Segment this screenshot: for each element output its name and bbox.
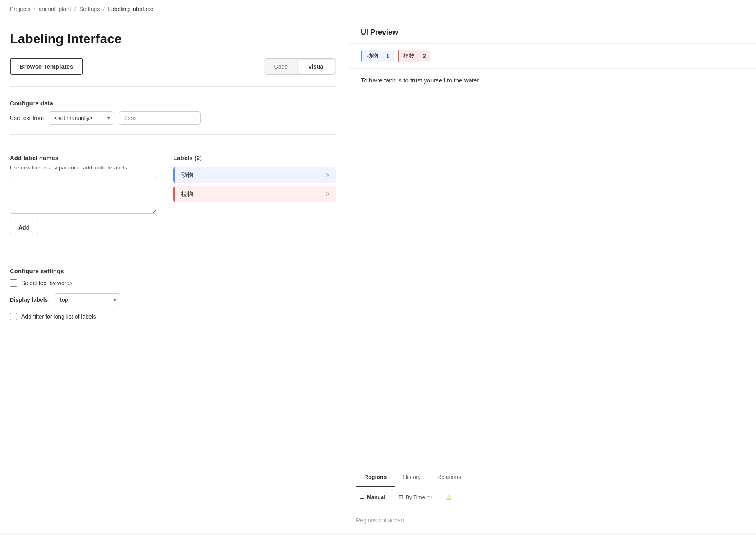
divider-3 — [10, 254, 336, 254]
bell-icon — [445, 494, 452, 500]
sort-icon: ≡↑ — [427, 495, 432, 499]
toolbar: Browse Templates Code Visual — [10, 58, 336, 75]
by-time-label: By Time — [406, 494, 425, 500]
remove-label-plant[interactable]: ✕ — [319, 186, 336, 202]
tag-count-animal: 1 — [382, 51, 394, 61]
preview-tag-animal: 动物 1 — [361, 50, 394, 62]
preview-sample-text: To have faith is to trust yourself to th… — [349, 69, 756, 92]
configure-settings-heading: Configure settings — [10, 268, 336, 274]
label-item-plant: 植物 ✕ — [173, 186, 336, 202]
page-title: Labeling Interface — [10, 31, 336, 47]
breadcrumb-settings[interactable]: Settings — [79, 6, 100, 12]
regions-empty-message: Regions not added — [349, 507, 756, 533]
breadcrumb-sep-2: / — [74, 6, 76, 12]
tab-relations[interactable]: Relations — [429, 468, 469, 487]
manual-tool-button[interactable]: Manual — [356, 492, 389, 502]
add-button[interactable]: Add — [10, 221, 38, 234]
select-words-label[interactable]: Select text by words — [21, 280, 72, 286]
display-labels-select-wrapper: top bottom left right ▾ — [55, 293, 120, 306]
breadcrumb-sep-3: / — [103, 6, 105, 12]
text-value-input[interactable] — [119, 111, 201, 125]
tag-label-animal: 动物 — [362, 50, 382, 62]
label-text-animal: 动物 — [175, 167, 319, 183]
remove-label-animal[interactable]: ✕ — [319, 167, 336, 183]
tag-label-plant: 植物 — [399, 50, 419, 62]
divider-1 — [10, 86, 336, 87]
label-names-col: Add label names Use new line as a separa… — [10, 154, 157, 234]
view-toggle: Code Visual — [264, 58, 336, 75]
use-text-label: Use text from — [10, 115, 44, 121]
set-manually-wrapper: <set manually> $text $value $data ▾ — [49, 111, 114, 125]
by-time-tool-button[interactable]: By Time ≡↑ — [395, 492, 436, 502]
divider-2 — [10, 134, 336, 135]
breadcrumb-current: Labeling Interface — [108, 6, 153, 12]
right-panel: UI Preview 动物 1 植物 2 To have faith is to… — [349, 18, 756, 533]
filter-labels-row: Add filter for long list of labels — [10, 313, 336, 320]
breadcrumb: Projects / animal_plant / Settings / Lab… — [0, 0, 756, 18]
visual-view-button[interactable]: Visual — [298, 60, 335, 74]
browse-templates-button[interactable]: Browse Templates — [10, 58, 83, 75]
regions-panel: Regions History Relations Manual By Time… — [349, 468, 756, 533]
config-data-row: Use text from <set manually> $text $valu… — [10, 111, 336, 125]
notification-button[interactable] — [442, 493, 455, 502]
tab-regions[interactable]: Regions — [356, 468, 395, 487]
labels-list-col: Labels (2) 动物 ✕ 植物 ✕ — [173, 154, 336, 234]
configure-settings-section: Configure settings Select text by words … — [10, 264, 336, 320]
breadcrumb-projects[interactable]: Projects — [10, 6, 31, 12]
display-labels-row: Display labels: top bottom left right ▾ — [10, 293, 336, 306]
label-item-animal: 动物 ✕ — [173, 167, 336, 183]
filter-labels-label[interactable]: Add filter for long list of labels — [21, 313, 96, 320]
label-text-plant: 植物 — [175, 186, 319, 202]
select-words-row: Select text by words — [10, 279, 336, 287]
breadcrumb-sep-1: / — [34, 6, 36, 12]
labels-count-title: Labels (2) — [173, 154, 336, 161]
ui-preview-heading: UI Preview — [349, 18, 756, 44]
preview-tags: 动物 1 植物 2 — [349, 44, 756, 69]
manual-label: Manual — [367, 494, 385, 500]
labels-section: Add label names Use new line as a separa… — [10, 145, 336, 244]
manual-icon — [359, 494, 365, 500]
clock-icon — [398, 494, 403, 500]
label-textarea[interactable] — [10, 177, 157, 214]
display-labels-label: Display labels: — [10, 296, 50, 303]
tab-history[interactable]: History — [395, 468, 429, 487]
select-words-checkbox[interactable] — [10, 279, 17, 287]
configure-data-heading: Configure data — [10, 100, 336, 107]
regions-toolbar: Manual By Time ≡↑ — [349, 487, 756, 507]
filter-labels-checkbox[interactable] — [10, 313, 17, 320]
preview-tag-plant: 植物 2 — [398, 50, 430, 62]
source-select[interactable]: <set manually> $text $value $data — [49, 111, 114, 125]
configure-data-section: Configure data Use text from <set manual… — [10, 96, 336, 125]
code-view-button[interactable]: Code — [264, 59, 297, 74]
regions-tabs: Regions History Relations — [349, 468, 756, 487]
breadcrumb-project[interactable]: animal_plant — [38, 6, 71, 12]
main-layout: Labeling Interface Browse Templates Code… — [0, 18, 756, 533]
label-names-title: Add label names — [10, 154, 157, 161]
display-labels-select[interactable]: top bottom left right — [55, 293, 120, 306]
tag-count-plant: 2 — [419, 51, 430, 61]
preview-spacer — [349, 92, 756, 468]
left-panel: Labeling Interface Browse Templates Code… — [0, 18, 349, 533]
label-names-desc: Use new line as a separator to add multi… — [10, 164, 157, 172]
